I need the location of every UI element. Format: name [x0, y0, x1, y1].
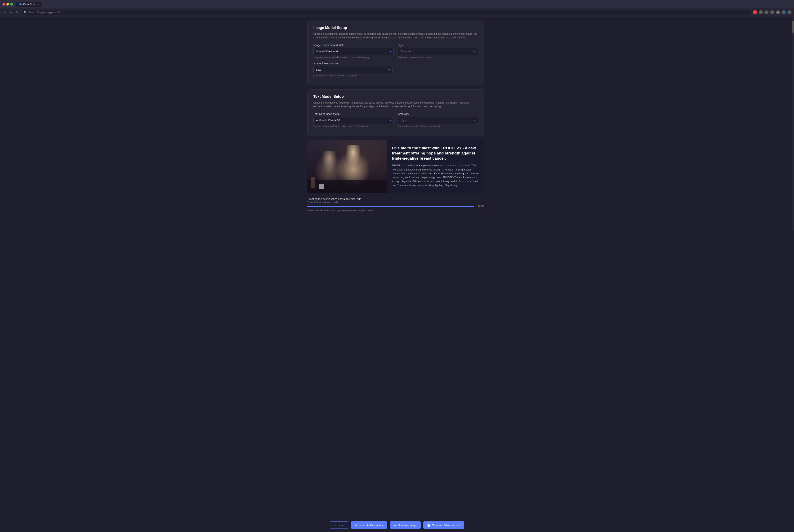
progress-label: Creating the new localize pharmaceutical…: [307, 197, 484, 201]
reset-icon: ↺: [334, 524, 336, 527]
reset-button[interactable]: ↺ Reset: [329, 521, 348, 529]
active-tab[interactable]: 🔵 Guru Studio ×: [16, 2, 42, 7]
profile-icon[interactable]: 👤: [782, 10, 786, 14]
style-hint: Style used to generate the image.: [398, 56, 478, 59]
close-window-button[interactable]: [2, 3, 5, 5]
action-bar: ↺ Reset ⊕ Generate Description 🖼 Generat…: [0, 518, 794, 532]
generate-desc-label: Generate Description: [358, 524, 384, 527]
generate-image-button[interactable]: 🖼 Generate Image: [390, 521, 421, 529]
progress-section: Creating the new localize pharmaceutical…: [307, 197, 484, 212]
forward-button[interactable]: →: [8, 10, 13, 15]
progress-sublabel: This might take a few seconds: [307, 201, 484, 203]
text-gen-select-wrapper: Anthropic Claude V2 GPT-4 GPT-3.5 Turbo …: [314, 117, 394, 124]
creativity-select-wrapper: Low Medium High ▼: [398, 117, 478, 124]
new-tab-button[interactable]: +: [42, 2, 47, 7]
text-model-setup-title: Text Model Setup: [314, 94, 478, 99]
text-model-setup-card: Text Model Setup Choose a foundational t…: [307, 89, 484, 136]
creativity-hint: Control the creativity of the generated …: [398, 125, 478, 127]
progress-note: Please wait while the model is generatin…: [307, 209, 484, 212]
image-gen-label: Image Generation Model: [314, 43, 394, 46]
browser-window: Image Model Setup Choose a foundational …: [0, 16, 794, 231]
tab-label: Guru Studio: [23, 3, 36, 6]
back-button[interactable]: ←: [2, 10, 7, 15]
generate-description-button[interactable]: ⊕ Generate Description: [351, 521, 387, 529]
image-model-setup-title: Image Model Setup: [314, 26, 478, 30]
extension-icon-1[interactable]: 🔴: [753, 10, 757, 14]
ad-image-placeholder: [307, 140, 387, 193]
resemblance-label: Image Resemblance: [314, 62, 393, 65]
browser-chrome: 🔵 Guru Studio × + ⌄ ← → ↻ 🔍 Search Googl…: [0, 0, 794, 16]
generate-ad-label: Generate Advertisement: [432, 524, 461, 527]
resemblance-group: Image Resemblance Low Medium High ▼ Clos…: [314, 62, 393, 77]
browser-tabs: 🔵 Guru Studio × +: [16, 2, 788, 7]
generate-desc-icon: ⊕: [355, 524, 357, 527]
generate-image-icon: 🖼: [394, 524, 396, 527]
window-maximize-icon[interactable]: ⌄: [789, 3, 792, 6]
style-select-wrapper: Cinematic Photographic Artistic Anime ▼: [398, 48, 478, 55]
ad-body: TRODELVY can help treat triple-negative …: [392, 164, 479, 187]
browser-nav: ← → ↻ 🔍 Search Google or type a URL 🔴 ⬡ …: [0, 8, 794, 16]
extension-icon-2[interactable]: ⬡: [759, 10, 763, 14]
resemblance-select[interactable]: Low Medium High: [314, 66, 393, 73]
menu-icon[interactable]: ⋮: [788, 10, 792, 14]
style-group: Style Cinematic Photographic Artistic An…: [398, 43, 478, 59]
address-text: Search Google or type a URL: [29, 11, 61, 14]
style-label: Style: [398, 43, 478, 46]
image-gen-group: Image Generation Model Stable Diffusion …: [314, 43, 394, 59]
generate-advertisement-button[interactable]: 📄 Generate Advertisement: [423, 521, 465, 529]
progress-bar-background: [307, 206, 474, 207]
ad-headline: Live life to the fullest with TRODELVY -…: [392, 146, 479, 161]
content-area[interactable]: Image Model Setup Choose a foundational …: [0, 16, 792, 231]
minimize-window-button[interactable]: [6, 3, 9, 5]
generate-image-label: Generate Image: [398, 524, 417, 527]
style-select[interactable]: Cinematic Photographic Artistic Anime: [398, 48, 478, 55]
resemblance-row: Image Resemblance Low Medium High ▼ Clos…: [314, 62, 478, 77]
creativity-label: Creativity: [398, 112, 478, 115]
ad-preview: Live life to the fullest with TRODELVY -…: [307, 140, 484, 193]
browser-titlebar: 🔵 Guru Studio × + ⌄: [0, 0, 794, 8]
address-bar[interactable]: 🔍 Search Google or type a URL: [21, 10, 751, 15]
progress-bar-fill: [307, 206, 474, 207]
image-gen-hint: Image generation model is used to produc…: [314, 56, 394, 59]
image-gen-select[interactable]: Stable Diffusion XL Stable Diffusion 2 D…: [314, 48, 394, 55]
resemblance-hint: Closeness of a generative image to its i…: [314, 74, 393, 77]
sidebar-toggle-icon[interactable]: ⊞: [776, 10, 780, 14]
reset-label: Reset: [337, 524, 344, 527]
creativity-select[interactable]: Low Medium High: [398, 117, 478, 124]
resemblance-select-wrapper: Low Medium High ▼: [314, 66, 393, 73]
image-gen-row: Image Generation Model Stable Diffusion …: [314, 43, 478, 59]
ad-text-side: Live life to the fullest with TRODELVY -…: [387, 140, 484, 193]
bookmark-icon[interactable]: ☆: [770, 10, 774, 14]
text-gen-group: Text Generation Model Anthropic Claude V…: [314, 112, 394, 127]
extension-icon-3[interactable]: ≈: [764, 10, 769, 14]
text-gen-label: Text Generation Model: [314, 112, 394, 115]
browser-actions: 🔴 ⬡ ≈ ☆ ⊞ 👤 ⋮: [753, 10, 792, 14]
tab-close-button[interactable]: ×: [38, 3, 39, 5]
generate-ad-icon: 📄: [427, 524, 431, 527]
progress-bar-row: 100%: [307, 205, 484, 208]
creativity-group: Creativity Low Medium High ▼ Control the…: [398, 112, 478, 127]
maximize-window-button[interactable]: [10, 3, 13, 5]
image-model-setup-card: Image Model Setup Choose a foundational …: [307, 21, 484, 85]
address-icon: 🔍: [24, 11, 27, 14]
scrollbar-thumb[interactable]: [792, 21, 794, 33]
progress-percent: 100%: [476, 205, 484, 208]
refresh-button[interactable]: ↻: [15, 10, 19, 15]
text-model-setup-desc: Choose a foundational text model to gene…: [314, 101, 478, 108]
ad-image-side: [307, 140, 387, 193]
image-gen-select-wrapper: Stable Diffusion XL Stable Diffusion 2 D…: [314, 48, 394, 55]
text-gen-hint: Text generation model used to generate t…: [314, 125, 394, 127]
tab-favicon: 🔵: [19, 3, 22, 5]
scrollbar-track: [792, 16, 794, 231]
page-content: Image Model Setup Choose a foundational …: [303, 16, 488, 231]
image-model-setup-desc: Choose a foundational image-to-image mod…: [314, 32, 478, 39]
text-gen-select[interactable]: Anthropic Claude V2 GPT-4 GPT-3.5 Turbo: [314, 117, 394, 124]
traffic-lights: [2, 3, 13, 5]
text-gen-row: Text Generation Model Anthropic Claude V…: [314, 112, 478, 127]
